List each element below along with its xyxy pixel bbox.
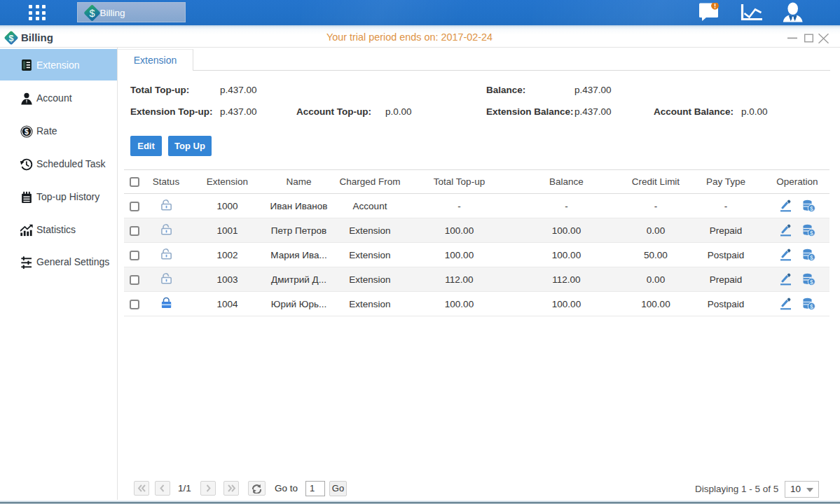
svg-text:$: $ xyxy=(810,230,813,237)
svg-text:$: $ xyxy=(810,303,813,310)
svg-text:$: $ xyxy=(25,127,29,136)
svg-text:$: $ xyxy=(810,279,813,286)
svg-text:$: $ xyxy=(810,254,813,261)
svg-text:$: $ xyxy=(810,205,813,212)
svg-text:$: $ xyxy=(89,8,95,19)
svg-text:$: $ xyxy=(9,33,14,43)
